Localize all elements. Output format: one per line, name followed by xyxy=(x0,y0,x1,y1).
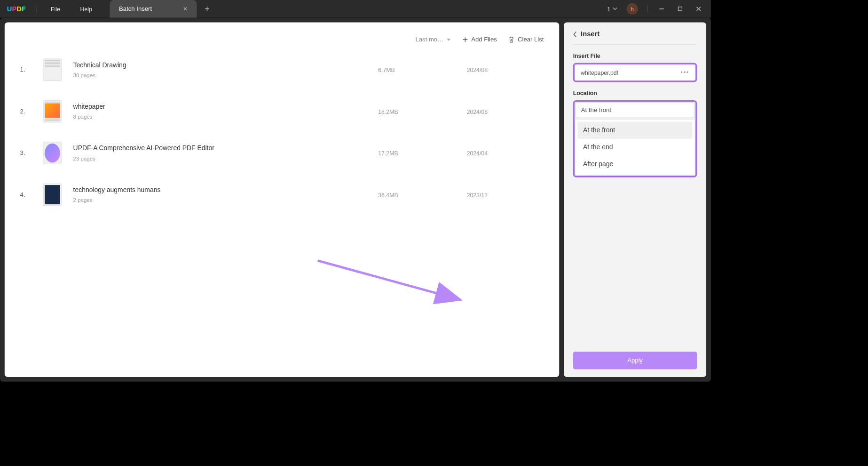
clear-list-label: Clear List xyxy=(518,36,544,43)
menu-file[interactable]: File xyxy=(41,6,70,12)
file-date: 2023/12 xyxy=(467,192,544,198)
sort-label: Last mo… xyxy=(416,36,444,43)
close-tab-icon[interactable]: ✕ xyxy=(183,5,188,12)
insert-file-highlight: whitepaper.pdf ••• xyxy=(573,63,697,82)
file-pages: 23 pages xyxy=(73,155,367,161)
doc-count: 1 xyxy=(607,6,610,12)
file-name: UPDF-A Comprehensive AI-Powered PDF Edit… xyxy=(73,145,367,152)
row-number: 3. xyxy=(20,150,32,157)
location-option[interactable]: At the front xyxy=(578,122,693,139)
file-row[interactable]: 1.Technical Drawing30 pages6.7MB2024/08 xyxy=(20,58,544,81)
file-picker-ellipsis-icon[interactable]: ••• xyxy=(680,69,689,76)
add-files-button[interactable]: Add Files xyxy=(462,36,497,43)
file-pages: 2 pages xyxy=(73,197,367,203)
doc-count-dropdown[interactable]: 1 xyxy=(603,6,621,12)
file-thumbnail xyxy=(43,100,62,123)
tab-title: Batch Insert xyxy=(119,5,152,12)
file-thumbnail xyxy=(43,142,62,164)
sort-dropdown[interactable]: Last mo… xyxy=(416,36,450,43)
insert-file-label: Insert File xyxy=(573,52,697,59)
location-option[interactable]: At the end xyxy=(578,139,693,156)
location-select[interactable]: At the front xyxy=(576,103,695,118)
clear-list-button[interactable]: Clear List xyxy=(508,36,544,43)
file-info: technology augments humans2 pages xyxy=(73,186,367,203)
close-window-button[interactable] xyxy=(690,2,707,16)
file-size: 6.7MB xyxy=(378,66,455,73)
file-row[interactable]: 3.UPDF-A Comprehensive AI-Powered PDF Ed… xyxy=(20,142,544,164)
file-thumbnail xyxy=(43,58,62,81)
file-name: technology augments humans xyxy=(73,186,367,194)
svg-rect-1 xyxy=(678,7,682,11)
file-size: 36.4MB xyxy=(378,192,455,198)
back-chevron-icon[interactable] xyxy=(573,31,577,37)
plus-icon xyxy=(462,37,468,43)
panel-header: Insert xyxy=(573,30,697,45)
file-info: UPDF-A Comprehensive AI-Powered PDF Edit… xyxy=(73,145,367,161)
app-logo: UPDF xyxy=(0,5,33,13)
file-thumbnail xyxy=(43,184,62,206)
maximize-button[interactable] xyxy=(671,2,688,16)
insert-file-value: whitepaper.pdf xyxy=(581,69,618,76)
titlebar: UPDF File Help Batch Insert ✕ + 1 h xyxy=(0,0,711,18)
file-name: Technical Drawing xyxy=(73,61,367,69)
user-avatar[interactable]: h xyxy=(627,3,639,15)
file-row[interactable]: 2.whitepaper8 pages18.2MB2024/08 xyxy=(20,100,544,123)
new-tab-button[interactable]: + xyxy=(205,4,210,14)
file-date: 2024/08 xyxy=(467,108,544,115)
row-number: 4. xyxy=(20,191,32,198)
divider xyxy=(37,5,37,13)
tab-batch-insert[interactable]: Batch Insert ✕ xyxy=(110,0,197,18)
location-label: Location xyxy=(573,90,697,96)
location-dropdown: At the frontAt the endAfter page xyxy=(576,120,695,175)
file-size: 18.2MB xyxy=(378,108,455,115)
panel-title: Insert xyxy=(581,30,600,38)
insert-side-panel: Insert Insert File whitepaper.pdf ••• Lo… xyxy=(564,23,706,377)
trash-icon xyxy=(508,36,514,43)
file-info: Technical Drawing30 pages xyxy=(73,61,367,78)
file-size: 17.2MB xyxy=(378,150,455,156)
divider xyxy=(647,5,648,13)
row-number: 1. xyxy=(20,66,32,73)
file-info: whitepaper8 pages xyxy=(73,103,367,120)
location-highlight: At the front At the frontAt the endAfter… xyxy=(573,100,697,177)
list-toolbar: Last mo… Add Files Clear List xyxy=(20,34,544,55)
file-row[interactable]: 4.technology augments humans2 pages36.4M… xyxy=(20,184,544,206)
minimize-button[interactable] xyxy=(653,2,670,16)
file-date: 2024/08 xyxy=(467,66,544,73)
file-list: 1.Technical Drawing30 pages6.7MB2024/082… xyxy=(20,55,544,209)
insert-file-picker[interactable]: whitepaper.pdf ••• xyxy=(576,65,695,80)
row-number: 2. xyxy=(20,108,32,115)
location-option[interactable]: After page xyxy=(578,156,693,173)
main-file-list-card: Last mo… Add Files Clear List 1.Technica… xyxy=(5,23,559,377)
dropdown-triangle-icon xyxy=(447,39,450,41)
file-pages: 8 pages xyxy=(73,114,367,120)
menu-help[interactable]: Help xyxy=(70,6,102,12)
chevron-down-icon xyxy=(613,8,617,11)
file-date: 2024/04 xyxy=(467,150,544,156)
file-name: whitepaper xyxy=(73,103,367,111)
apply-button[interactable]: Apply xyxy=(573,352,697,370)
file-pages: 30 pages xyxy=(73,72,367,78)
add-files-label: Add Files xyxy=(471,36,497,43)
